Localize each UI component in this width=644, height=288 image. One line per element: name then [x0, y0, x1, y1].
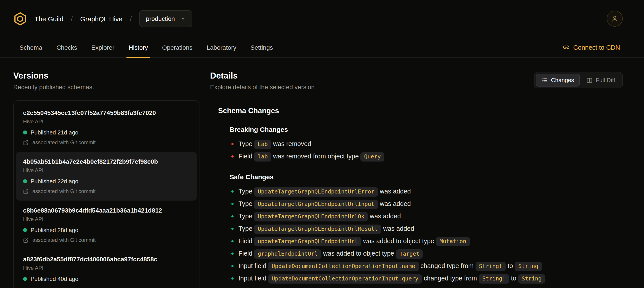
version-item[interactable]: a823f6db2a55df877dcf406006abca97fcc4858c… — [16, 249, 197, 288]
change-item: FieldgraphqlEndpointUrlwas added to obje… — [238, 247, 623, 259]
version-git-label: associated with Git commit — [32, 237, 96, 243]
breadcrumb-separator: / — [71, 15, 73, 22]
version-item[interactable]: e2e55045345ce13fe07f52a77459b83fa3fe7020… — [16, 103, 197, 152]
published-status-dot-icon — [23, 277, 27, 281]
link-icon — [563, 44, 570, 51]
version-published-row: Published 28d ago — [23, 227, 190, 233]
version-git-row: associated with Git commit — [23, 188, 190, 194]
target-selector[interactable]: production — [139, 10, 192, 27]
tab-schema[interactable]: Schema — [13, 37, 48, 57]
main-nav: SchemaChecksExplorerHistoryOperationsLab… — [0, 37, 644, 58]
hive-logo-icon[interactable] — [13, 12, 27, 26]
code-badge: UpdateTargetGraphQLEndpointUrlOk — [254, 212, 368, 221]
change-text: changed type from — [424, 275, 477, 282]
details-panel: Details Explore details of the selected … — [210, 71, 623, 288]
change-item: TypeUpdateTargetGraphQLEndpointUrlErrorw… — [238, 185, 623, 197]
change-text: was added — [370, 213, 401, 220]
versions-panel: Versions Recently published schemas. e2e… — [13, 71, 200, 288]
version-item[interactable]: 4b05ab51b1b4a7e2e4b0ef82172f2b9f7ef98c0b… — [16, 152, 197, 201]
change-text: Field — [238, 153, 252, 160]
app-header: The Guild / GraphQL Hive / production — [0, 0, 644, 37]
versions-subtitle: Recently published schemas. — [13, 83, 200, 91]
version-list: e2e55045345ce13fe07f52a77459b83fa3fe7020… — [13, 100, 200, 288]
version-published: Published 21d ago — [30, 129, 78, 136]
tab-operations[interactable]: Operations — [156, 37, 199, 57]
change-item: Input fieldUpdateDocumentCollectionOpera… — [238, 272, 623, 284]
app-window: The Guild / GraphQL Hive / production Sc… — [0, 0, 644, 288]
change-item: FieldupdateTargetGraphQLEndpointUrlwas a… — [238, 235, 623, 247]
published-status-dot-icon — [23, 179, 27, 183]
tab-settings[interactable]: Settings — [244, 37, 279, 57]
tab-laboratory[interactable]: Laboratory — [200, 37, 242, 57]
breadcrumb-org[interactable]: The Guild — [34, 15, 64, 23]
published-status-dot-icon — [23, 228, 27, 232]
published-status-dot-icon — [23, 130, 27, 134]
main-content: Versions Recently published schemas. e2e… — [0, 58, 644, 288]
code-badge: UpdateTargetGraphQLEndpointUrlResult — [254, 224, 382, 234]
version-published-row: Published 40d ago — [23, 275, 190, 282]
code-badge: UpdateTargetGraphQLEndpointUrlInput — [254, 199, 378, 209]
full-diff-view-toggle[interactable]: Full Diff — [580, 74, 621, 87]
version-published: Published 40d ago — [30, 275, 78, 282]
change-item: TypeUpdateTargetGraphQLEndpointUrlOkwas … — [238, 210, 623, 222]
tab-explorer[interactable]: Explorer — [85, 37, 120, 57]
change-text: Input field — [238, 262, 266, 269]
code-badge: String — [518, 274, 545, 283]
change-text: Type — [238, 188, 252, 195]
change-text: Type — [238, 200, 252, 207]
tab-checks[interactable]: Checks — [50, 37, 83, 57]
change-text: was added — [380, 188, 411, 195]
tab-history[interactable]: History — [122, 37, 154, 57]
change-section-title: Safe Changes — [230, 173, 623, 181]
change-text: changed type from — [420, 262, 474, 269]
external-link-icon — [23, 237, 29, 243]
target-selector-value: production — [146, 15, 175, 22]
version-published-row: Published 21d ago — [23, 129, 190, 136]
version-hash: 4b05ab51b1b4a7e2e4b0ef82172f2b9f7ef98c0b — [23, 158, 190, 165]
code-badge: String! — [475, 261, 506, 271]
split-columns-icon — [586, 77, 592, 83]
version-published: Published 28d ago — [30, 227, 78, 233]
changes-toggle-label: Changes — [551, 77, 574, 83]
user-avatar[interactable] — [607, 11, 623, 27]
change-text: was removed — [273, 140, 311, 147]
change-text: was added to object type — [363, 237, 434, 244]
change-section-title: Breaking Changes — [230, 126, 623, 133]
version-item[interactable]: c8b6e88a06793b9c4dfd54aaa21b36a1b421d812… — [16, 201, 197, 249]
breadcrumb-project[interactable]: GraphQL Hive — [80, 15, 122, 23]
schema-changes-title: Schema Changes — [218, 107, 623, 115]
change-text: Type — [238, 225, 252, 232]
breadcrumb: The Guild / GraphQL Hive / production — [13, 10, 192, 27]
version-hash: a823f6db2a55df877dcf406006abca97fcc4858c — [23, 256, 190, 263]
version-service: Hive API — [23, 265, 190, 271]
external-link-icon — [23, 188, 29, 194]
details-subtitle: Explore details of the selected version — [210, 83, 315, 91]
change-text: was removed from object type — [273, 153, 359, 160]
list-icon — [542, 77, 548, 83]
details-titles: Details Explore details of the selected … — [210, 71, 315, 91]
code-badge: String — [515, 261, 542, 271]
details-title: Details — [210, 71, 315, 81]
code-badge: Mutation — [436, 237, 470, 246]
version-service: Hive API — [23, 167, 190, 173]
code-badge: Target — [396, 249, 423, 258]
view-toggle-group: Changes Full Diff — [534, 72, 623, 88]
change-item: Input fieldUpdateDocumentCollectionOpera… — [238, 259, 623, 272]
code-badge: Lab — [254, 140, 271, 149]
change-item: TypeLabwas removed — [238, 138, 623, 150]
version-service: Hive API — [23, 216, 190, 222]
change-section: Breaking ChangesTypeLabwas removedFieldl… — [230, 126, 623, 162]
change-section: Safe ChangesTypeUpdateTargetGraphQLEndpo… — [230, 173, 623, 284]
change-text: Field — [238, 250, 252, 257]
chevron-down-icon — [180, 16, 186, 21]
code-badge: UpdateDocumentCollectionOperationInput.q… — [268, 274, 422, 283]
connect-cdn-link[interactable]: Connect to CDN — [560, 43, 623, 51]
version-published-row: Published 22d ago — [23, 178, 190, 185]
changes-view-toggle[interactable]: Changes — [536, 74, 580, 87]
code-badge: updateTargetGraphQLEndpointUrl — [254, 237, 362, 246]
connect-cdn-label: Connect to CDN — [573, 44, 620, 51]
nav-tabs: SchemaChecksExplorerHistoryOperationsLab… — [13, 37, 279, 57]
version-published: Published 22d ago — [30, 178, 78, 185]
change-list: TypeLabwas removedFieldlabwas removed fr… — [230, 138, 623, 162]
breadcrumb-separator: / — [130, 15, 132, 22]
